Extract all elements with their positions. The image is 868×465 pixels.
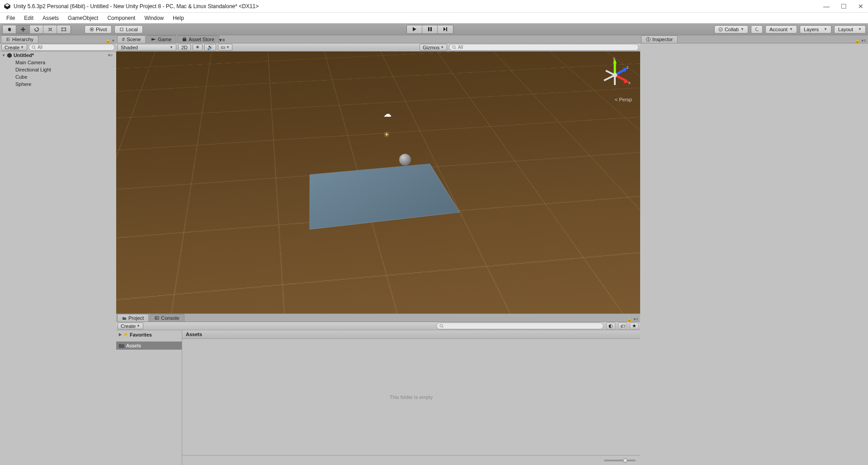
scene-sphere-object[interactable] bbox=[399, 154, 411, 166]
search-icon bbox=[439, 324, 443, 328]
create-label: Create bbox=[121, 323, 136, 329]
hierarchy-item[interactable]: Cube bbox=[0, 73, 116, 81]
search-icon bbox=[32, 45, 36, 49]
tab-game[interactable]: Game bbox=[146, 35, 176, 43]
hierarchy-item[interactable]: Main Camera bbox=[0, 59, 116, 66]
layers-dropdown[interactable]: Layers ▼ bbox=[800, 25, 831, 33]
rect-tool[interactable] bbox=[57, 25, 71, 33]
local-icon bbox=[119, 27, 124, 32]
inspector-tab[interactable]: Inspector bbox=[641, 35, 678, 43]
pivot-toggle[interactable]: Pivot bbox=[85, 25, 112, 33]
play-button[interactable] bbox=[407, 25, 422, 33]
save-search-button[interactable]: ★ bbox=[630, 323, 639, 329]
2d-toggle[interactable]: 2D bbox=[178, 44, 191, 51]
project-footer bbox=[182, 455, 640, 465]
project-search[interactable] bbox=[436, 323, 604, 329]
pivot-label: Pivot bbox=[96, 27, 107, 32]
expand-icon[interactable]: ▶ bbox=[119, 332, 122, 337]
scene-menu-icon[interactable]: ▾≡ bbox=[108, 53, 114, 57]
menu-assets[interactable]: Assets bbox=[38, 13, 63, 23]
slider-thumb[interactable] bbox=[623, 458, 627, 463]
menu-file[interactable]: File bbox=[2, 13, 19, 23]
filter-by-type-button[interactable]: ◐ bbox=[606, 323, 615, 329]
shading-mode-dropdown[interactable]: Shaded▼ bbox=[118, 44, 176, 51]
local-label: Local bbox=[126, 27, 137, 32]
assets-folder[interactable]: Assets bbox=[116, 342, 182, 350]
gizmos-dropdown[interactable]: Gizmos ▼ bbox=[420, 44, 447, 51]
local-toggle[interactable]: Local bbox=[114, 25, 142, 33]
tab-scene[interactable]: # Scene bbox=[117, 35, 146, 43]
project-panel-menu[interactable]: 🔒 ▾≡ bbox=[627, 317, 638, 322]
pause-icon bbox=[427, 27, 432, 32]
scene-panel-menu[interactable]: ▾≡ bbox=[219, 37, 225, 43]
step-button[interactable] bbox=[438, 25, 453, 33]
asset-store-tab-label: Asset Store bbox=[189, 37, 214, 42]
menu-component[interactable]: Component bbox=[103, 13, 140, 23]
hierarchy-search[interactable] bbox=[28, 44, 115, 51]
hierarchy-item[interactable]: Directional Light bbox=[0, 66, 116, 73]
pause-button[interactable] bbox=[422, 25, 438, 33]
svg-point-5 bbox=[61, 28, 62, 28]
tab-asset-store[interactable]: Asset Store bbox=[177, 35, 219, 43]
menu-window[interactable]: Window bbox=[140, 13, 168, 23]
hierarchy-search-input[interactable] bbox=[38, 45, 112, 50]
filter-by-label-button[interactable]: 🏷 bbox=[618, 323, 627, 329]
fx-toggle[interactable]: ▭▼ bbox=[218, 44, 232, 51]
asset-store-icon bbox=[182, 37, 187, 42]
thumbnail-size-slider[interactable] bbox=[604, 460, 636, 461]
project-content-area[interactable]: This folder is empty bbox=[182, 339, 640, 455]
scale-tool[interactable] bbox=[43, 25, 57, 33]
shaded-label: Shaded bbox=[121, 45, 138, 50]
project-breadcrumb[interactable]: Assets bbox=[182, 330, 640, 339]
project-create-dropdown[interactable]: Create ▼ bbox=[118, 323, 143, 329]
pivot-icon bbox=[90, 27, 94, 32]
light-gizmo-icon[interactable]: ☀ bbox=[383, 130, 390, 139]
menu-help[interactable]: Help bbox=[168, 13, 189, 23]
collab-dropdown[interactable]: Collab ▼ bbox=[714, 25, 748, 33]
project-tab-label: Project bbox=[128, 315, 144, 321]
tab-console[interactable]: Console bbox=[150, 314, 184, 322]
scene-search-input[interactable] bbox=[458, 45, 636, 50]
scene-name: Untitled* bbox=[14, 52, 34, 58]
chevron-down-icon: ▼ bbox=[858, 27, 862, 31]
svg-rect-16 bbox=[446, 27, 447, 31]
camera-gizmo-icon[interactable]: ☁ bbox=[383, 109, 392, 119]
svg-point-7 bbox=[61, 30, 62, 31]
minimize-button[interactable]: — bbox=[823, 3, 830, 10]
panel-lock-icon[interactable]: 🔒 ▾ bbox=[105, 38, 114, 43]
close-button[interactable]: ✕ bbox=[857, 3, 864, 10]
folder-icon bbox=[122, 316, 127, 320]
hierarchy-tab[interactable]: Hierarchy bbox=[1, 35, 38, 43]
move-tool[interactable] bbox=[16, 25, 30, 33]
scene-search[interactable] bbox=[449, 44, 639, 51]
scene-tab-icon: # bbox=[122, 37, 125, 42]
hierarchy-item[interactable]: Sphere bbox=[0, 81, 116, 88]
tab-project[interactable]: Project bbox=[117, 314, 149, 322]
scene-root[interactable]: ▼ Untitled* ▾≡ bbox=[0, 52, 116, 59]
menu-gameobject[interactable]: GameObject bbox=[63, 13, 103, 23]
account-label: Account bbox=[769, 27, 788, 32]
info-icon bbox=[646, 37, 651, 42]
play-controls bbox=[406, 25, 453, 34]
hand-tool[interactable] bbox=[3, 25, 16, 33]
scene-view[interactable]: ☁ ☀ y x z < Persp bbox=[116, 52, 640, 313]
menu-edit[interactable]: Edit bbox=[19, 13, 38, 23]
cloud-button[interactable] bbox=[751, 25, 763, 33]
account-dropdown[interactable]: Account ▼ bbox=[765, 25, 797, 33]
lighting-toggle[interactable]: ☀ bbox=[193, 44, 203, 51]
step-icon bbox=[443, 27, 448, 32]
layout-dropdown[interactable]: Layout ▼ bbox=[834, 25, 866, 33]
audio-toggle[interactable]: 🔊 bbox=[204, 44, 216, 51]
sun-icon: ☀ bbox=[195, 44, 200, 50]
orientation-gizmo[interactable]: y x z bbox=[597, 57, 633, 93]
maximize-button[interactable]: ☐ bbox=[840, 3, 847, 10]
inspector-lock-icon[interactable]: 🔒 ▾≡ bbox=[854, 38, 866, 43]
rotate-tool[interactable] bbox=[30, 25, 43, 33]
hierarchy-create-dropdown[interactable]: Create ▼ bbox=[1, 44, 27, 51]
expand-icon[interactable]: ▼ bbox=[2, 53, 5, 57]
favorites-folder[interactable]: ▶ ★ Favorites bbox=[116, 330, 182, 339]
cloud-icon bbox=[755, 27, 759, 32]
projection-label[interactable]: < Persp bbox=[615, 97, 632, 102]
project-search-input[interactable] bbox=[443, 323, 600, 329]
audio-icon: 🔊 bbox=[207, 44, 213, 50]
